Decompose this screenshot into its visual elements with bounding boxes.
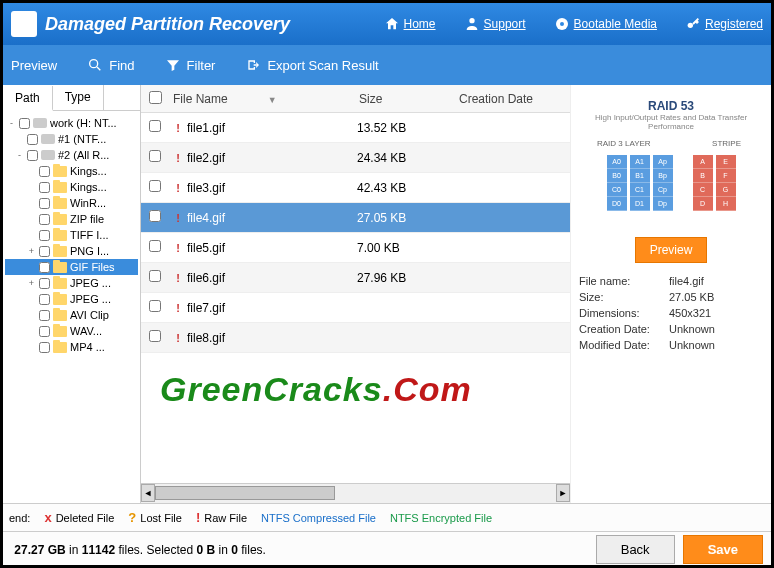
tree-item[interactable]: WAV... <box>5 323 138 339</box>
tool-filter[interactable]: Filter <box>165 57 216 73</box>
file-name-cell: file4.gif <box>187 211 357 225</box>
file-checkbox[interactable] <box>149 300 161 312</box>
tree-item[interactable]: -#2 (All R... <box>5 147 138 163</box>
file-row[interactable]: !file8.gif <box>141 323 570 353</box>
content-area: Path Type -work (H: NT...#1 (NTF...-#2 (… <box>3 85 771 503</box>
header-checkbox-cell <box>141 91 169 107</box>
tree-checkbox[interactable] <box>39 230 50 241</box>
tree-checkbox[interactable] <box>39 182 50 193</box>
tree-label: Kings... <box>70 165 107 177</box>
file-name-cell: file6.gif <box>187 271 357 285</box>
tree-item[interactable]: AVI Clip <box>5 307 138 323</box>
tree-item[interactable]: TIFF I... <box>5 227 138 243</box>
preview-panel: RAID 53 High Input/Output Rates and Data… <box>571 85 771 503</box>
tree-checkbox[interactable] <box>19 118 30 129</box>
tree-item[interactable]: Kings... <box>5 163 138 179</box>
file-row[interactable]: !file5.gif7.00 KB <box>141 233 570 263</box>
expand-icon[interactable]: - <box>15 150 24 160</box>
file-row[interactable]: !file1.gif13.52 KB <box>141 113 570 143</box>
nav-registered[interactable]: Registered <box>685 16 763 32</box>
expand-icon[interactable]: + <box>27 246 36 256</box>
meta-row: Dimensions:450x321 <box>579 305 763 321</box>
file-size-cell: 24.34 KB <box>357 151 457 165</box>
tree-item[interactable]: ZIP file <box>5 211 138 227</box>
file-list-area: File Name▼ Size Creation Date !file1.gif… <box>141 85 571 503</box>
meta-row: Size:27.05 KB <box>579 289 763 305</box>
file-checkbox[interactable] <box>149 120 161 132</box>
nav-home[interactable]: Home <box>384 16 436 32</box>
file-checkbox[interactable] <box>149 270 161 282</box>
file-row[interactable]: !file2.gif24.34 KB <box>141 143 570 173</box>
file-checkbox[interactable] <box>149 240 161 252</box>
meta-key: Dimensions: <box>579 307 669 319</box>
tool-find[interactable]: Find <box>87 57 134 73</box>
nav-support[interactable]: Support <box>464 16 526 32</box>
legend-raw: !Raw File <box>196 510 247 525</box>
search-icon <box>87 57 103 73</box>
nav-bootable[interactable]: Bootable Media <box>554 16 657 32</box>
tool-preview[interactable]: Preview <box>11 58 57 73</box>
save-button[interactable]: Save <box>683 535 763 564</box>
scroll-right-icon[interactable]: ► <box>556 484 570 502</box>
preview-button[interactable]: Preview <box>635 237 708 263</box>
file-row[interactable]: !file3.gif42.43 KB <box>141 173 570 203</box>
tree-item[interactable]: WinR... <box>5 195 138 211</box>
file-size-cell: 13.52 KB <box>357 121 457 135</box>
file-row[interactable]: !file7.gif <box>141 293 570 323</box>
tree-item[interactable]: JPEG ... <box>5 291 138 307</box>
tree-item[interactable]: -work (H: NT... <box>5 115 138 131</box>
file-name-cell: file5.gif <box>187 241 357 255</box>
tree-checkbox[interactable] <box>39 342 50 353</box>
tab-path[interactable]: Path <box>3 86 53 111</box>
file-checkbox[interactable] <box>149 150 161 162</box>
file-name-cell: file8.gif <box>187 331 357 345</box>
select-all-checkbox[interactable] <box>149 91 162 104</box>
tree-label: #2 (All R... <box>58 149 109 161</box>
key-icon <box>685 16 701 32</box>
tab-type[interactable]: Type <box>53 85 104 110</box>
tree-item[interactable]: Kings... <box>5 179 138 195</box>
folder-icon <box>53 214 67 225</box>
exclaim-icon: ! <box>196 510 200 525</box>
tree-checkbox[interactable] <box>39 326 50 337</box>
file-row[interactable]: !file4.gif27.05 KB <box>141 203 570 233</box>
file-checkbox[interactable] <box>149 180 161 192</box>
tree-checkbox[interactable] <box>39 214 50 225</box>
tree-checkbox[interactable] <box>39 278 50 289</box>
tree-item[interactable]: #1 (NTF... <box>5 131 138 147</box>
tree-checkbox[interactable] <box>39 198 50 209</box>
support-icon <box>464 16 480 32</box>
tree-label: #1 (NTF... <box>58 133 106 145</box>
tree-checkbox[interactable] <box>27 150 38 161</box>
raid-cylinder: ApBpCpDp <box>653 155 673 227</box>
tree-checkbox[interactable] <box>39 294 50 305</box>
back-button[interactable]: Back <box>596 535 675 564</box>
tree-checkbox[interactable] <box>39 262 50 273</box>
svg-point-3 <box>688 23 693 28</box>
tree-item[interactable]: MP4 ... <box>5 339 138 355</box>
header-nav: Home Support Bootable Media Registered <box>384 16 763 32</box>
tree-checkbox[interactable] <box>39 246 50 257</box>
tool-export[interactable]: Export Scan Result <box>245 57 378 73</box>
tree-item[interactable]: +JPEG ... <box>5 275 138 291</box>
column-size[interactable]: Size <box>359 92 459 106</box>
folder-icon <box>53 278 67 289</box>
tree-checkbox[interactable] <box>27 134 38 145</box>
horizontal-scrollbar[interactable]: ◄ ► <box>141 483 570 503</box>
tree-item[interactable]: +PNG I... <box>5 243 138 259</box>
scroll-thumb[interactable] <box>155 486 335 500</box>
column-date[interactable]: Creation Date <box>459 92 570 106</box>
folder-icon <box>53 246 67 257</box>
file-checkbox[interactable] <box>149 330 161 342</box>
tree-item[interactable]: GIF Files <box>5 259 138 275</box>
file-row[interactable]: !file6.gif27.96 KB <box>141 263 570 293</box>
column-filename[interactable]: File Name▼ <box>169 92 359 106</box>
expand-icon[interactable]: + <box>27 278 36 288</box>
sidebar-tabs: Path Type <box>3 85 140 111</box>
tree-checkbox[interactable] <box>39 166 50 177</box>
app-header: Damaged Partition Recovery Home Support … <box>3 3 771 45</box>
file-checkbox[interactable] <box>149 210 161 222</box>
tree-checkbox[interactable] <box>39 310 50 321</box>
scroll-left-icon[interactable]: ◄ <box>141 484 155 502</box>
expand-icon[interactable]: - <box>7 118 16 128</box>
